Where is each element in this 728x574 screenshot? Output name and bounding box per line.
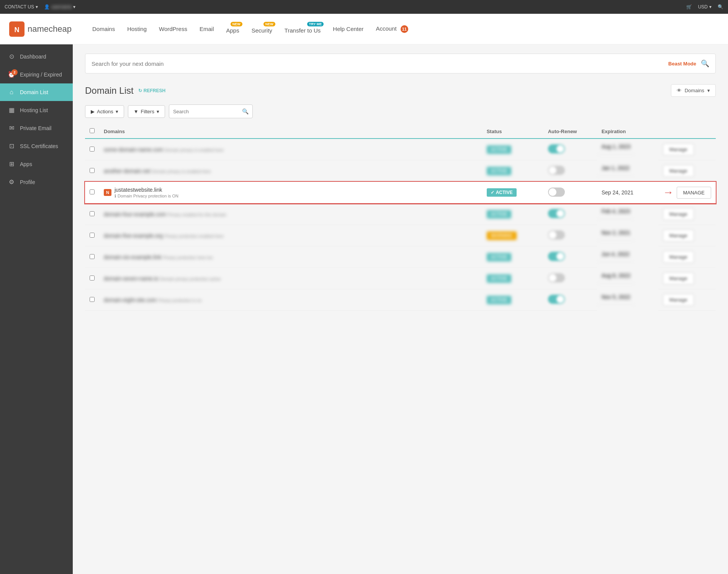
table-row: domain-seven-name.io Domain privacy prot…	[85, 268, 716, 289]
profile-icon: ⚙	[8, 178, 15, 186]
row-expiration: Jan 1, 2022	[597, 160, 634, 176]
main-nav: Domains Hosting WordPress Email NEW Apps…	[87, 21, 719, 37]
sidebar-item-ssl[interactable]: ⊡ SSL Certificates	[0, 137, 73, 155]
th-checkbox	[85, 124, 99, 139]
checkmark-icon: ✓	[491, 190, 494, 195]
row-domain: domain-five-example.org Privacy protecti…	[99, 225, 482, 246]
select-all-checkbox[interactable]	[90, 128, 95, 133]
currency-selector[interactable]: USD ▾	[698, 4, 712, 10]
nav-hosting[interactable]: Hosting	[122, 23, 152, 35]
username: username	[51, 4, 72, 10]
filters-label: Filters	[141, 109, 154, 114]
row-expiration: Feb 4, 2023	[597, 204, 635, 219]
row-autorenew	[543, 268, 597, 289]
th-domains: Domains	[99, 124, 482, 139]
user-chevron: ▾	[73, 4, 75, 10]
manage-button[interactable]: MANAGE	[677, 187, 711, 199]
arrow-container: → MANAGE	[663, 186, 711, 199]
apps-icon: ⊞	[8, 160, 15, 168]
row-checkbox	[85, 225, 99, 246]
contact-us-chevron: ▾	[36, 4, 38, 10]
nav-email[interactable]: Email	[194, 23, 219, 35]
logo[interactable]: N namecheap	[9, 21, 72, 37]
sidebar-item-private-email[interactable]: ✉ Private Email	[0, 119, 73, 137]
search-button[interactable]: 🔍	[701, 59, 709, 68]
nav-domains[interactable]: Domains	[87, 23, 120, 35]
row-action: Manage	[658, 289, 716, 311]
nav-wordpress[interactable]: WordPress	[154, 23, 193, 35]
th-status: Status	[482, 124, 543, 139]
refresh-label: REFRESH	[144, 88, 165, 93]
table-row: some-domain-name.com Domain privacy is e…	[85, 139, 716, 160]
private-email-label: Private Email	[20, 125, 51, 131]
nav-help[interactable]: Help Center	[327, 23, 369, 35]
refresh-button[interactable]: ↻ REFRESH	[138, 88, 165, 93]
highlighted-domain-row: N justatestwebsite.link ℹ Domain Privacy…	[85, 182, 716, 204]
domains-filter-dropdown[interactable]: 👁 Domains ▾	[671, 84, 716, 97]
top-bar-right: 🛒 USD ▾ 🔍	[686, 4, 723, 10]
beast-mode-label[interactable]: Beast Mode	[668, 61, 696, 67]
row-autorenew	[543, 225, 597, 246]
row-checkbox	[85, 160, 99, 182]
filters-chevron: ▾	[157, 109, 159, 114]
row-domain: domain-four-example.com Privacy enabled …	[99, 204, 482, 225]
row-checkbox	[85, 268, 99, 289]
hosting-list-label: Hosting List	[20, 107, 48, 113]
cart-top[interactable]: 🛒	[686, 4, 692, 10]
toolbar: ▶ Actions ▾ ▼ Filters ▾ 🔍	[85, 104, 716, 118]
row-domain: another-domain.net Domain privacy is ena…	[99, 160, 482, 182]
sidebar-item-dashboard[interactable]: ⊙ Dashboard	[0, 47, 73, 65]
currency-label: USD	[698, 4, 708, 10]
row-status: ACTIVE	[482, 204, 543, 225]
row-status: ACTIVE	[482, 246, 543, 268]
row-autorenew	[543, 160, 597, 182]
transfer-badge: TRY ME	[307, 22, 324, 26]
sidebar-item-profile[interactable]: ⚙ Profile	[0, 173, 73, 191]
sidebar-item-hosting-list[interactable]: ▦ Hosting List	[0, 101, 73, 119]
row-autorenew	[543, 204, 597, 225]
row-status: ACTIVE	[482, 268, 543, 289]
row-action: Manage	[658, 204, 716, 225]
autorenew-toggle[interactable]	[548, 188, 565, 197]
filters-button[interactable]: ▼ Filters ▾	[128, 105, 165, 118]
active-status-badge: ✓ ACTIVE	[487, 188, 517, 197]
search-top[interactable]: 🔍	[718, 4, 723, 10]
red-arrow-icon: →	[663, 186, 674, 199]
sidebar: ⊙ Dashboard ⏰ 2 Expiring / Expired ⌂ Dom…	[0, 44, 73, 574]
sidebar-item-apps[interactable]: ⊞ Apps	[0, 155, 73, 173]
page-title-text: Domain List	[85, 85, 134, 96]
row-action: Manage	[658, 246, 716, 268]
row-autorenew	[543, 289, 597, 311]
domain-table-wrapper: Domains Status Auto-Renew Expiration som…	[85, 124, 716, 311]
nc-logo-svg: N	[9, 21, 25, 37]
nav-transfer[interactable]: TRY ME Transfer to Us	[279, 21, 326, 37]
apps-label: Apps	[20, 161, 32, 167]
table-search-input[interactable]	[173, 109, 242, 114]
row-autorenew	[543, 182, 597, 204]
sidebar-item-expiring[interactable]: ⏰ 2 Expiring / Expired	[0, 65, 73, 83]
row-action: Manage	[658, 139, 716, 160]
private-email-icon: ✉	[8, 124, 15, 132]
info-icon: ℹ	[115, 194, 116, 199]
highlighted-domain-name: justatestwebsite.link	[115, 187, 178, 193]
row-action: → MANAGE	[658, 182, 716, 204]
contact-us-link[interactable]: CONTACT US ▾	[5, 4, 38, 10]
apps-badge: NEW	[231, 22, 242, 26]
nav-security[interactable]: NEW Security	[246, 21, 278, 37]
user-menu[interactable]: 👤 username ▾	[44, 4, 75, 10]
domain-search-input[interactable]	[92, 60, 668, 67]
row-domain: domain-seven-name.io Domain privacy prot…	[99, 268, 482, 289]
actions-button[interactable]: ▶ Actions ▾	[85, 105, 124, 118]
logo-text: namecheap	[28, 24, 72, 34]
highlighted-domain-privacy: ℹ Domain Privacy protection is ON	[115, 194, 178, 199]
actions-play-icon: ▶	[91, 109, 95, 114]
ssl-icon: ⊡	[8, 142, 15, 150]
sidebar-item-domain-list[interactable]: ⌂ Domain List	[0, 83, 73, 101]
row-action: Manage	[658, 268, 716, 289]
row-expiration: Nov 2, 2021	[597, 225, 635, 241]
row-autorenew	[543, 139, 597, 160]
header: N namecheap Domains Hosting WordPress Em…	[0, 14, 728, 44]
nav-account[interactable]: Account 11	[370, 22, 413, 36]
nav-apps[interactable]: NEW Apps	[221, 21, 244, 37]
row-checkbox	[85, 246, 99, 268]
